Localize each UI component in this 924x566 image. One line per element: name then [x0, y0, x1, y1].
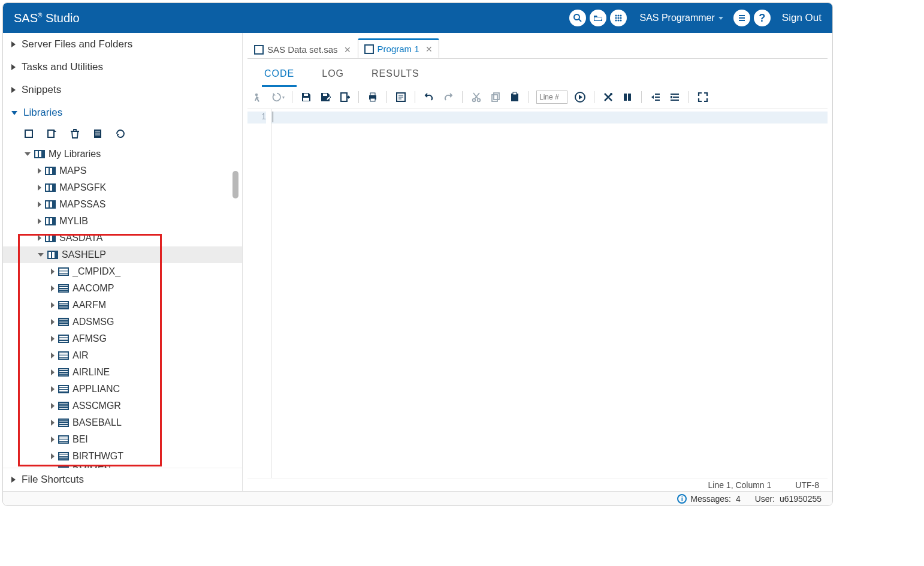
save-as-icon[interactable]: [319, 91, 332, 104]
text-cursor: [273, 112, 273, 122]
user-info: User: u61950255: [755, 494, 822, 504]
export-icon[interactable]: [338, 91, 351, 104]
properties-icon[interactable]: [92, 128, 104, 140]
tree-lib-mylib[interactable]: MYLIB: [3, 213, 242, 230]
print-icon[interactable]: [366, 91, 379, 104]
tree-ds[interactable]: AIRLINE: [3, 364, 242, 381]
section-snippets[interactable]: Snippets: [3, 79, 242, 101]
goto-line-input[interactable]: [536, 91, 567, 104]
clear-icon[interactable]: [602, 91, 615, 104]
caret-right-icon: [51, 420, 55, 426]
go-icon[interactable]: [573, 91, 587, 104]
tab-program-1[interactable]: Program 1 ✕: [358, 38, 439, 58]
svg-line-1: [579, 19, 581, 22]
dataset-icon: [58, 452, 69, 460]
tree-ds[interactable]: BIRTHWGT: [3, 448, 242, 465]
tree-label: ASSCMGR: [73, 401, 121, 411]
app-statusbar: i Messages: 4 User: u61950255: [3, 491, 832, 505]
help-icon[interactable]: ?: [754, 10, 771, 26]
tree-ds[interactable]: _CMPIDX_: [3, 263, 242, 280]
tree-ds[interactable]: AARFM: [3, 297, 242, 314]
tree-ds[interactable]: BEI: [3, 431, 242, 448]
line-number: 1: [247, 112, 266, 124]
save-icon[interactable]: [300, 91, 313, 104]
tree-label: AIR: [73, 350, 89, 361]
section-libraries[interactable]: Libraries: [3, 101, 242, 124]
caret-right-icon: [51, 319, 55, 325]
outdent-icon[interactable]: [668, 91, 681, 104]
tree-ds[interactable]: APPLIANC: [3, 381, 242, 398]
section-label: Snippets: [22, 84, 61, 96]
svg-point-3: [618, 14, 620, 16]
refresh-icon[interactable]: [114, 128, 126, 140]
editor-toolbar: ▾: [247, 87, 828, 107]
close-icon[interactable]: ✕: [344, 45, 351, 55]
messages-count: 4: [736, 494, 741, 504]
sign-out-link[interactable]: Sign Out: [782, 12, 822, 24]
tree-lib-mapsgfk[interactable]: MAPSGFK: [3, 179, 242, 196]
svg-point-4: [620, 14, 622, 16]
assign-library-icon[interactable]: [46, 128, 58, 140]
tab-sas-data-set[interactable]: SAS Data set.sas ✕: [247, 40, 358, 58]
tree-label: SASDATA: [59, 233, 102, 243]
tree-lib-mapssas[interactable]: MAPSSAS: [3, 196, 242, 213]
close-icon[interactable]: ✕: [425, 44, 433, 54]
apps-grid-icon[interactable]: [610, 10, 627, 26]
library-group-icon: [34, 150, 45, 158]
svg-rect-27: [370, 98, 375, 101]
libraries-toolbar: [3, 124, 242, 143]
svg-rect-22: [303, 98, 309, 101]
role-dropdown[interactable]: SAS Programmer: [639, 13, 723, 23]
caret-right-icon: [38, 201, 41, 207]
subtab-results[interactable]: RESULTS: [369, 65, 422, 87]
tree-label: My Libraries: [49, 149, 101, 159]
delete-icon[interactable]: [69, 128, 81, 140]
tree-ds[interactable]: BMIMEN: [3, 465, 242, 468]
code-editor[interactable]: 1: [247, 109, 828, 478]
tree-ds[interactable]: BASEBALL: [3, 414, 242, 431]
caret-right-icon: [51, 403, 55, 409]
paste-icon[interactable]: [508, 91, 521, 104]
indent-icon[interactable]: [649, 91, 662, 104]
navigation-pane: Server Files and Folders Tasks and Utili…: [3, 33, 243, 491]
section-tasks[interactable]: Tasks and Utilities: [3, 56, 242, 79]
tree-label: BIRTHWGT: [73, 451, 123, 462]
subtab-code[interactable]: CODE: [262, 65, 297, 87]
svg-point-39: [610, 93, 612, 95]
tree-ds[interactable]: AFMSG: [3, 330, 242, 347]
tree-lib-maps[interactable]: MAPS: [3, 162, 242, 179]
tree-ds[interactable]: AIR: [3, 347, 242, 364]
tree-ds[interactable]: AACOMP: [3, 280, 242, 297]
messages-link[interactable]: i Messages: 4: [677, 494, 740, 504]
tree-root-my-libraries[interactable]: My Libraries: [3, 146, 242, 162]
tree-label: BASEBALL: [73, 417, 122, 428]
new-library-icon[interactable]: [23, 128, 35, 140]
caret-down-icon: [25, 152, 31, 156]
svg-rect-40: [624, 94, 627, 101]
svg-point-9: [618, 19, 620, 21]
summary-icon[interactable]: [394, 91, 407, 104]
scrollbar-thumb[interactable]: [232, 171, 238, 198]
section-server-files[interactable]: Server Files and Folders: [3, 33, 242, 56]
maximize-icon[interactable]: [696, 91, 709, 104]
tree-ds[interactable]: ADSMSG: [3, 314, 242, 330]
open-folder-icon[interactable]: [590, 10, 606, 26]
tree-label: MAPSSAS: [59, 199, 105, 210]
svg-point-0: [574, 14, 579, 20]
search-icon[interactable]: [569, 10, 586, 26]
tree-lib-sashelp[interactable]: SASHELP: [3, 246, 242, 263]
user-label: User:: [755, 494, 775, 504]
section-file-shortcuts[interactable]: File Shortcuts: [3, 468, 242, 491]
editor-subtabs: CODE LOG RESULTS: [247, 58, 828, 87]
cut-icon: [470, 91, 483, 104]
find-icon[interactable]: [621, 91, 634, 104]
code-area[interactable]: [271, 109, 828, 478]
subtab-log[interactable]: LOG: [319, 65, 346, 87]
tree-lib-sasdata[interactable]: SASDATA: [3, 230, 242, 246]
library-tree: My Libraries MAPS MAPSGFK MAPSSAS MYLIB …: [3, 146, 242, 468]
more-options-icon[interactable]: [733, 10, 750, 26]
caret-right-icon: [11, 41, 16, 47]
tree-ds[interactable]: ASSCMGR: [3, 398, 242, 414]
file-tabs: SAS Data set.sas ✕ Program 1 ✕: [247, 38, 828, 58]
undo-icon[interactable]: [422, 91, 436, 104]
